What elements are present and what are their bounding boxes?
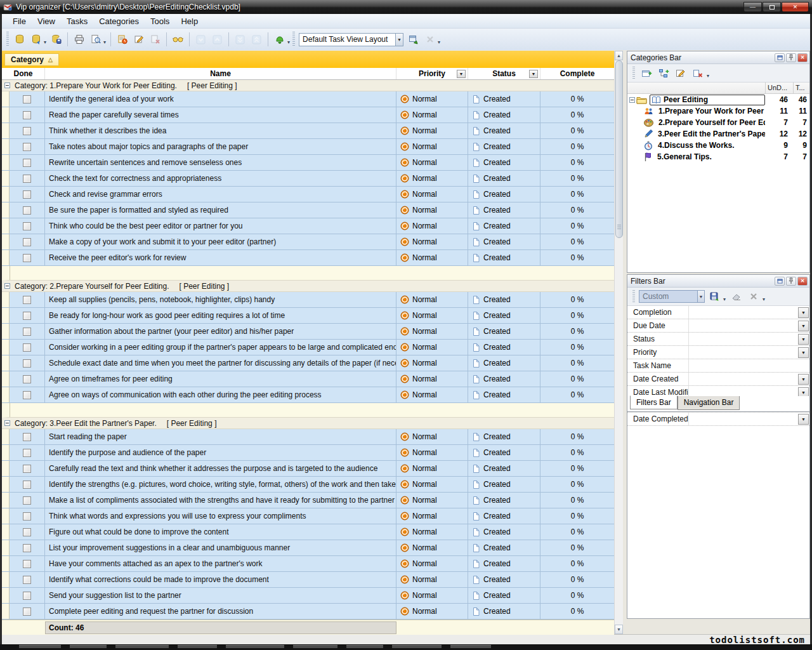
categories-close-button[interactable]: ✕ [797, 53, 808, 62]
tree-column-total[interactable]: T... [793, 83, 809, 93]
layout-combo-arrow[interactable]: ▼ [395, 34, 403, 46]
task-row[interactable]: Identify the purpose and audience of the… [2, 445, 614, 461]
notifications-button[interactable] [272, 32, 287, 48]
filter-field-value[interactable] [688, 319, 798, 332]
done-checkbox[interactable] [23, 127, 31, 135]
done-checkbox[interactable] [23, 328, 31, 336]
category-group-row[interactable]: Category: 1.Prepare Your Work for Peer E… [2, 80, 614, 91]
task-row[interactable]: Keep all supplies (pencils, pens, notebo… [2, 292, 614, 308]
delete-category-button[interactable] [690, 66, 705, 81]
filter-field-value[interactable] [688, 359, 809, 372]
vertical-scrollbar[interactable]: ▲ ▼ [614, 51, 623, 634]
save-filter-button[interactable] [707, 289, 722, 304]
done-checkbox[interactable] [23, 592, 31, 600]
minimize-button[interactable]: — [743, 2, 762, 12]
task-row[interactable]: Consider working in a peer editing group… [2, 340, 614, 355]
done-checkbox[interactable] [23, 254, 31, 262]
layout-caret[interactable]: ▾ [438, 39, 440, 45]
menu-categories[interactable]: Categories [93, 15, 145, 28]
task-row[interactable]: Read the paper carefully several timesNo… [2, 107, 614, 123]
done-checkbox[interactable] [23, 512, 31, 521]
save-database-button[interactable] [48, 32, 64, 48]
menu-help[interactable]: Help [175, 15, 204, 28]
category-group-row[interactable]: Category: 2.Prepare Yourself for Peer Ed… [2, 281, 614, 292]
task-row[interactable]: Check the text for correctness and appro… [2, 171, 614, 187]
tree-category-row[interactable]: 5.General Tips.77 [627, 151, 809, 162]
scroll-down-button[interactable]: ▼ [615, 625, 623, 634]
task-row[interactable]: Check and revise grammar errorsNormalCre… [2, 187, 614, 202]
task-row[interactable]: Complete peer editing and request the pa… [2, 604, 614, 620]
new-database-button[interactable] [11, 32, 27, 48]
filter-dropdown-button[interactable]: ▼ [798, 307, 809, 318]
done-checkbox[interactable] [23, 449, 31, 457]
menu-file[interactable]: File [7, 15, 32, 28]
task-row[interactable]: Schedule exact date and time when you me… [2, 355, 614, 371]
task-row[interactable]: Think whether it describes the ideaNorma… [2, 123, 614, 139]
menu-tasks[interactable]: Tasks [61, 15, 93, 28]
clear-filter-button[interactable] [729, 289, 744, 304]
categories-restore-button[interactable] [775, 53, 785, 62]
task-row[interactable]: Start reading the paperNormalCreated0 % [2, 429, 614, 445]
move-up-button[interactable] [209, 32, 225, 48]
scrollbar-thumb[interactable] [615, 60, 623, 238]
task-row[interactable]: Take notes about major topics and paragr… [2, 139, 614, 155]
move-bottom-button[interactable] [232, 32, 248, 48]
filter-dropdown-button[interactable]: ▼ [798, 374, 809, 385]
categories-toolbar-caret[interactable]: ▾ [707, 73, 709, 79]
menu-view[interactable]: View [32, 15, 61, 28]
task-row[interactable]: Think what words and expressions you wil… [2, 508, 614, 524]
task-row[interactable]: Rewrite uncertain sentences and remove s… [2, 155, 614, 171]
filters-pin-button[interactable] [786, 277, 796, 286]
done-checkbox[interactable] [23, 312, 31, 320]
done-checkbox[interactable] [23, 175, 31, 183]
done-checkbox[interactable] [23, 496, 31, 505]
filter-field-value[interactable] [688, 413, 798, 425]
task-row[interactable]: Agree on ways of communication with each… [2, 387, 614, 403]
filter-field-value[interactable] [688, 306, 798, 319]
done-checkbox[interactable] [23, 111, 31, 119]
task-row[interactable]: Make a copy of your work and submit it t… [2, 234, 614, 250]
restore-button[interactable] [763, 2, 781, 12]
collapse-icon[interactable] [4, 420, 10, 426]
filter-field-value[interactable] [688, 333, 798, 345]
filters-toolbar-caret[interactable]: ▾ [763, 296, 765, 302]
done-checkbox[interactable] [23, 465, 31, 473]
task-row[interactable]: Agree on timeframes for peer editingNorm… [2, 371, 614, 387]
task-row[interactable]: Receive the peer editor's work for revie… [2, 250, 614, 266]
toolbar-grip[interactable] [6, 32, 9, 47]
tree-category-row[interactable]: 2.Prepare Yourself for Peer Editing.77 [627, 117, 809, 128]
task-row[interactable]: Think who could be the best peer editor … [2, 218, 614, 234]
tree-category-row[interactable]: 3.Peer Edit the Partner's Paper.1212 [627, 128, 809, 140]
column-header-complete[interactable]: Complete [540, 68, 614, 79]
group-by-category-button[interactable]: Category △ [4, 53, 59, 66]
view-glasses-button[interactable] [170, 32, 186, 48]
delete-layout-button[interactable] [422, 32, 438, 48]
status-filter-dropdown[interactable]: ▼ [529, 70, 538, 78]
done-checkbox[interactable] [23, 481, 31, 489]
column-header-status[interactable]: Status▼ [468, 68, 540, 79]
categories-pin-button[interactable] [786, 53, 796, 62]
done-checkbox[interactable] [23, 343, 31, 352]
tree-root-row[interactable]: Peer Editing 46 46 [627, 94, 809, 105]
done-checkbox[interactable] [23, 222, 31, 230]
done-checkbox[interactable] [23, 206, 31, 215]
task-row[interactable]: List your improvement suggestions in a c… [2, 540, 614, 556]
print-caret[interactable]: ▾ [103, 39, 106, 45]
tree-root-expand-icon[interactable] [629, 97, 635, 103]
task-row[interactable]: Identify the strengths (e.g. pictures, w… [2, 477, 614, 493]
task-row[interactable]: Figure out what could be done to improve… [2, 524, 614, 540]
tab-navigation-bar[interactable]: Navigation Bar [678, 396, 740, 410]
task-row[interactable]: Gather information about the partner (yo… [2, 324, 614, 340]
done-checkbox[interactable] [23, 391, 31, 399]
column-header-priority[interactable]: Priority▼ [396, 68, 468, 79]
column-header-name[interactable]: Name [45, 68, 396, 79]
new-subcategory-button[interactable] [656, 66, 671, 81]
tab-filters-bar[interactable]: Filters Bar [630, 395, 678, 409]
filters-close-button[interactable]: ✕ [797, 277, 808, 286]
priority-filter-dropdown[interactable]: ▼ [457, 70, 466, 78]
task-row[interactable]: Be ready for long-hour work as good peer… [2, 308, 614, 324]
task-row[interactable]: Have your comments attached as an apex t… [2, 556, 614, 572]
done-checkbox[interactable] [23, 375, 31, 383]
task-row[interactable]: Send your suggestion list to the partner… [2, 588, 614, 604]
filter-field-value[interactable] [688, 373, 798, 385]
